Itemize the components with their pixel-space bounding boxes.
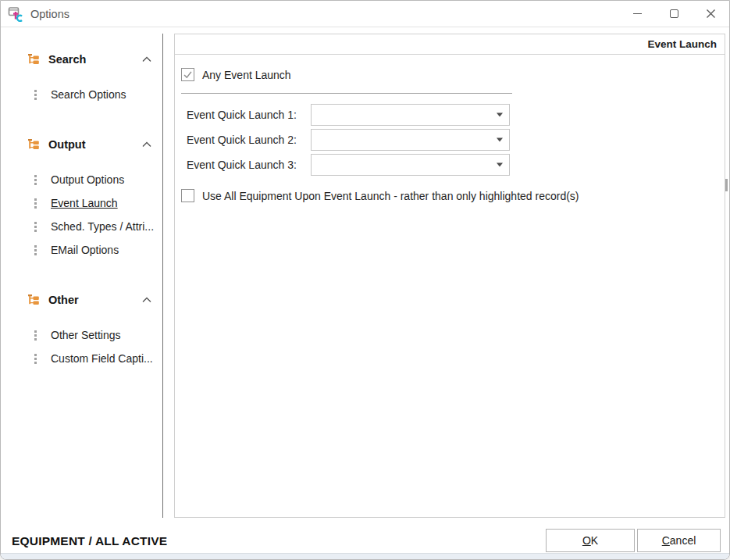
dots-icon	[34, 222, 37, 232]
quick-launch-row-1: Event Quick Launch 1:	[187, 104, 725, 126]
minimize-icon	[633, 13, 642, 14]
app-logo-icon	[8, 6, 23, 22]
tree-icon	[27, 294, 40, 306]
sidebar-item-search-options[interactable]: Search Options	[2, 83, 162, 106]
window-title: Options	[30, 8, 69, 20]
sidebar-group-label: Search	[48, 53, 86, 66]
dots-icon	[34, 90, 37, 100]
checkmark-icon	[183, 70, 193, 80]
chevron-up-icon	[142, 56, 151, 62]
sidebar-item-custom-field-captions[interactable]: Custom Field Capti...	[2, 347, 162, 370]
status-text: EQUIPMENT / ALL ACTIVE	[12, 534, 167, 548]
quick-launch-3-combobox[interactable]	[311, 154, 510, 176]
sidebar-item-label: Event Launch	[51, 197, 118, 209]
any-event-launch-row: Any Event Launch	[181, 68, 725, 81]
any-event-launch-checkbox[interactable]	[181, 68, 194, 81]
sidebar-item-label: Custom Field Capti...	[51, 352, 153, 365]
quick-launch-1-label: Event Quick Launch 1:	[187, 109, 311, 121]
dots-icon	[34, 175, 37, 185]
sidebar-group-search[interactable]: Search	[2, 48, 162, 70]
panel-body: Any Event Launch Event Quick Launch 1: E…	[175, 68, 725, 202]
quick-launch-row-3: Event Quick Launch 3:	[187, 154, 725, 176]
sidebar-item-label: Search Options	[51, 88, 126, 101]
options-dialog: Options Search	[0, 0, 730, 560]
dropdown-arrow-icon	[497, 138, 503, 142]
use-all-equipment-checkbox[interactable]	[181, 189, 194, 202]
quick-launch-2-combobox[interactable]	[311, 129, 510, 151]
cancel-button[interactable]: Cancel	[637, 529, 721, 552]
dropdown-arrow-icon	[497, 113, 503, 117]
sidebar-group-label: Output	[48, 138, 86, 151]
pane-splitter	[162, 34, 163, 518]
scrollbar-thumb[interactable]	[725, 179, 728, 191]
quick-launch-form: Event Quick Launch 1: Event Quick Launch…	[181, 104, 725, 176]
use-all-equipment-row: Use All Equipment Upon Event Launch - ra…	[181, 189, 725, 202]
sidebar-item-label: Sched. Types / Attri...	[51, 220, 154, 233]
dropdown-arrow-icon	[497, 163, 503, 167]
bottom-strip	[1, 553, 729, 559]
maximize-icon	[670, 9, 678, 18]
title-bar: Options	[1, 1, 729, 27]
quick-launch-3-label: Event Quick Launch 3:	[187, 159, 311, 171]
tree-icon	[27, 53, 40, 66]
close-icon	[706, 9, 716, 19]
dots-icon	[34, 245, 37, 255]
sidebar-group-label: Other	[48, 294, 79, 306]
minimize-button[interactable]	[619, 1, 656, 27]
quick-launch-2-label: Event Quick Launch 2:	[187, 134, 311, 146]
dots-icon	[34, 198, 37, 209]
separator-line	[181, 93, 512, 94]
sidebar-item-output-options[interactable]: Output Options	[2, 168, 162, 191]
chevron-up-icon	[142, 141, 151, 148]
sidebar-item-sched-types-attributes[interactable]: Sched. Types / Attri...	[2, 215, 162, 238]
sidebar-item-label: EMail Options	[51, 244, 119, 256]
cancel-button-label: Cancel	[638, 530, 720, 551]
sidebar-group-other[interactable]: Other	[2, 289, 162, 311]
event-launch-panel: Event Launch Any Event Launch Event Quic…	[174, 34, 725, 518]
sidebar-item-label: Output Options	[51, 173, 124, 186]
quick-launch-1-combobox[interactable]	[311, 104, 510, 126]
sidebar-group-output[interactable]: Output	[2, 134, 162, 155]
panel-header: Event Launch	[175, 34, 725, 55]
sidebar: Search Search Options Output Out	[2, 28, 162, 515]
close-button[interactable]	[693, 1, 729, 27]
sidebar-item-email-options[interactable]: EMail Options	[2, 238, 162, 262]
maximize-button[interactable]	[656, 1, 693, 27]
ok-button[interactable]: OK	[546, 529, 635, 552]
dots-icon	[34, 330, 37, 341]
sidebar-item-event-launch[interactable]: Event Launch	[2, 191, 162, 215]
sidebar-item-label: Other Settings	[51, 329, 121, 341]
use-all-equipment-label: Use All Equipment Upon Event Launch - ra…	[202, 190, 579, 202]
tree-icon	[27, 138, 40, 151]
window-controls	[619, 1, 729, 27]
dots-icon	[34, 354, 37, 364]
chevron-up-icon	[142, 297, 151, 303]
ok-button-label: OK	[547, 530, 634, 551]
quick-launch-row-2: Event Quick Launch 2:	[187, 129, 725, 151]
panel-title: Event Launch	[647, 38, 717, 50]
any-event-launch-label: Any Event Launch	[202, 69, 291, 81]
sidebar-item-other-settings[interactable]: Other Settings	[2, 323, 162, 347]
